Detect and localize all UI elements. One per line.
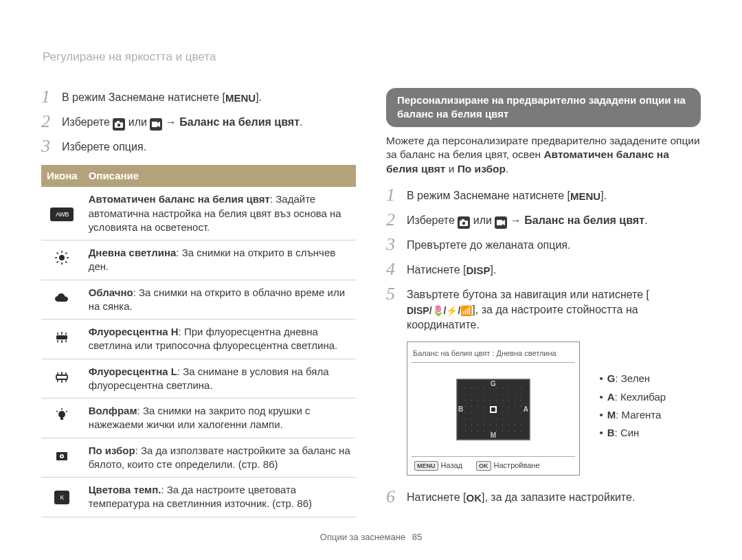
set-label: Настройване [494, 461, 540, 469]
right-step-2: 2 Изберете или → Баланс на белия цвят. [386, 211, 701, 229]
color-temp-icon: K [54, 491, 69, 504]
right-step-6: 6 Натиснете [OK], за да запазите настрой… [386, 488, 701, 506]
menu-key-icon: MENU [414, 461, 438, 471]
page-footer: Опции за заснемане 85 [0, 531, 742, 544]
axis-label-g: G [491, 379, 496, 389]
svg-point-34 [61, 455, 63, 456]
video-icon [495, 216, 507, 229]
custom-wb-icon [52, 449, 71, 463]
left-step-1: 1 В режим Заснемане натиснете [MENU]. [41, 88, 356, 106]
svg-point-37 [462, 222, 465, 225]
step-number: 1 [41, 88, 54, 106]
step-number: 4 [386, 260, 398, 278]
step-text: В режим Заснемане натиснете [MENU]. [407, 186, 607, 203]
callout-heading: Персонализиране на предварително зададен… [386, 88, 701, 127]
step-number: 5 [386, 285, 398, 303]
svg-line-11 [66, 253, 67, 254]
table-row: Флуоресцентна H: При флуоресцентна дневн… [41, 320, 356, 359]
left-step-3: 3 Изберете опция. [41, 137, 356, 155]
svg-line-31 [66, 411, 67, 412]
step-text: В режим Заснемане натиснете [MENU]. [62, 88, 262, 105]
legend-item: •A: Кехлибар [599, 390, 666, 404]
right-step-5: 5 Завъртете бутона за навигация или нати… [386, 285, 701, 332]
legend-item: •G: Зелен [599, 372, 666, 385]
page-number: 85 [412, 532, 422, 542]
white-balance-table: Икона Описание AWB Автоматичен баланс на… [41, 165, 356, 517]
svg-point-2 [117, 124, 120, 126]
fluorescent-h-icon [52, 331, 71, 344]
fluorescent-l-icon [52, 370, 71, 384]
step-text: Натиснете [DISP]. [407, 260, 496, 278]
right-step-3: 3 Превъртете до желаната опция. [386, 236, 701, 254]
back-label: Назад [441, 461, 463, 469]
ok-key-icon: OK [466, 491, 482, 505]
step-text: Изберете или → Баланс на белия цвят. [62, 113, 302, 131]
left-step-2: 2 Изберете или → Баланс на белия цвят. [41, 113, 356, 131]
legend-item: •B: Син [599, 426, 666, 440]
disp-key-icon: DISP [466, 264, 491, 278]
camera-icon [113, 118, 125, 131]
step-number: 2 [41, 113, 54, 131]
table-row: Дневна светлина: За снимки на открито в … [41, 240, 356, 280]
table-header-desc: Описание [83, 165, 356, 187]
device-and-legend: Баланс на белия цвят : Дневна светлина G… [407, 341, 701, 475]
device-body: G M B A [412, 368, 575, 451]
right-column: Персонализиране на предварително зададен… [386, 48, 701, 517]
table-row: Флуоресцентна L: За снимане в условия на… [41, 359, 356, 399]
step-number: 1 [386, 186, 398, 204]
step-text: Изберете или → Баланс на белия цвят. [407, 211, 647, 229]
table-row: Облачно: За снимки на открито в облачно … [41, 280, 356, 320]
axis-label-a: A [524, 405, 528, 414]
left-column: 1 В режим Заснемане натиснете [MENU]. 2 … [41, 48, 356, 517]
awb-icon: AWB [50, 208, 74, 221]
step-number: 3 [41, 137, 54, 155]
color-legend: •G: Зелен •A: Кехлибар •M: Магента •B: С… [599, 372, 666, 444]
legend-item: •M: Магента [599, 408, 666, 422]
video-icon [150, 118, 162, 131]
svg-point-4 [59, 255, 65, 260]
device-footer: MENUНазад OKНастройване [412, 456, 575, 472]
device-preview: Баланс на белия цвят : Дневна светлина G… [407, 341, 580, 475]
svg-rect-3 [152, 122, 157, 127]
step-text: Натиснете [OK], за да запазите настройки… [407, 488, 635, 505]
svg-line-10 [66, 261, 67, 262]
step-text: Завъртете бутона за навигация или натисн… [407, 285, 701, 332]
nav-keys-icon: DISP/🌷/⚡/📶 [407, 304, 472, 317]
svg-rect-20 [56, 375, 67, 379]
page-body: 1 В режим Заснемане натиснете [MENU]. 2 … [0, 0, 742, 538]
svg-line-30 [56, 411, 58, 412]
coordinate-grid: G M B A [456, 379, 530, 440]
coord-cursor-icon [490, 406, 497, 413]
sun-icon [52, 251, 71, 265]
axis-label-m: M [491, 431, 496, 440]
footer-section: Опции за заснемане [320, 532, 405, 542]
device-title: Баланс на белия цвят : Дневна светлина [412, 346, 575, 363]
table-header-icon: Икона [41, 165, 83, 187]
right-step-1: 1 В режим Заснемане натиснете [MENU]. [386, 186, 701, 204]
table-row: K Цветова темп.: За да настроите цветова… [41, 478, 356, 517]
step-text: Превъртете до желаната опция. [407, 236, 570, 253]
right-steps: 1 В режим Заснемане натиснете [MENU]. 2 … [386, 186, 701, 332]
menu-key-icon: MENU [225, 91, 256, 105]
svg-line-9 [57, 253, 58, 254]
svg-line-12 [57, 261, 58, 262]
axis-label-b: B [458, 405, 463, 414]
menu-key-icon: MENU [570, 190, 600, 203]
breadcrumb: Регулиране на яркостта и цвета [43, 49, 216, 65]
intro-paragraph: Можете да персонализирате предварително … [386, 134, 701, 177]
svg-rect-28 [60, 417, 63, 420]
svg-rect-1 [117, 121, 120, 122]
table-row: Волфрам: За снимки на закрито под крушки… [41, 399, 356, 438]
step-number: 3 [386, 236, 398, 254]
svg-rect-36 [462, 219, 464, 221]
svg-rect-38 [497, 220, 502, 225]
camera-icon [458, 216, 470, 229]
step-number: 2 [386, 211, 398, 229]
left-steps: 1 В режим Заснемане натиснете [MENU]. 2 … [41, 88, 356, 155]
table-row: По избор: За да използвате настройките з… [41, 438, 356, 478]
cloud-icon [52, 291, 71, 305]
tungsten-icon [52, 409, 71, 423]
ok-key-icon: OK [476, 461, 491, 471]
right-step-4: 4 Натиснете [DISP]. [386, 260, 701, 278]
svg-rect-13 [56, 335, 67, 339]
